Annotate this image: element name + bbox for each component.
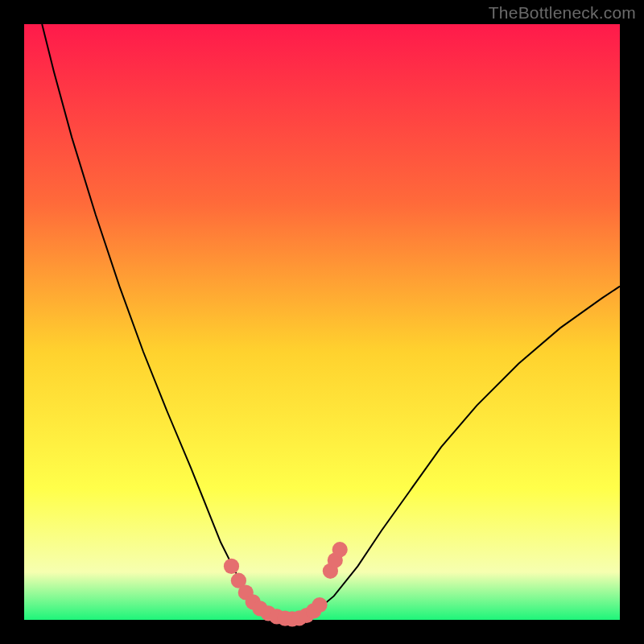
curve-marker <box>332 542 348 557</box>
curve-marker <box>312 597 327 613</box>
chart-frame: TheBottleneck.com <box>0 0 644 644</box>
plot-area <box>24 24 620 620</box>
watermark-text: TheBottleneck.com <box>489 3 636 23</box>
curve-marker <box>224 559 239 574</box>
bottleneck-chart <box>0 0 644 644</box>
